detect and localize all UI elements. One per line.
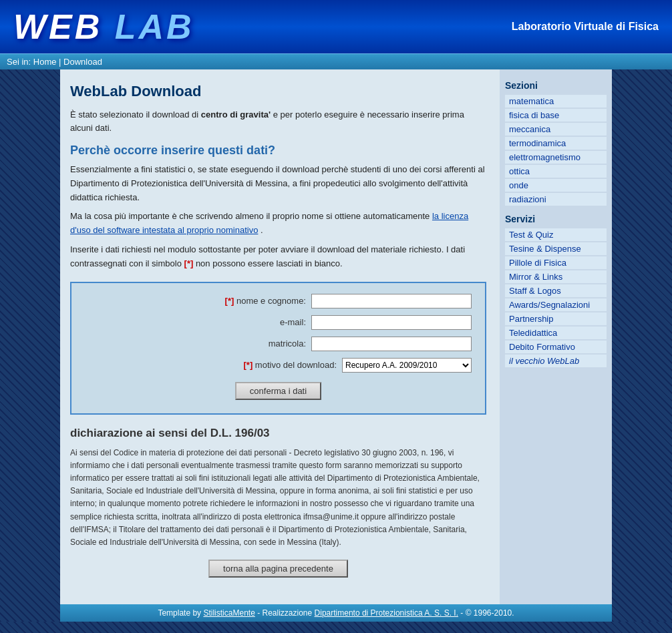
content: WebLab Download È stato selezionato il d… bbox=[60, 69, 500, 604]
sidebar-item-radiazioni[interactable]: radiazioni bbox=[505, 193, 607, 206]
why-heading: Perchè occorre inserire questi dati? bbox=[70, 144, 486, 158]
motivo-select[interactable]: Recupero A.A. 2009/2010 Studio personale… bbox=[342, 358, 472, 373]
sidebar-item-awards[interactable]: Awards/Segnalazioni bbox=[505, 298, 607, 311]
para2: Ma la cosa più importante è che scrivend… bbox=[70, 210, 486, 238]
matricola-row: matricola: bbox=[85, 337, 472, 351]
sidebar-item-onde[interactable]: onde bbox=[505, 179, 607, 192]
logo: WEB LAB bbox=[13, 7, 194, 47]
nav-home[interactable]: Home bbox=[33, 57, 57, 67]
sidebar-item-staff-logos[interactable]: Staff & Logos bbox=[505, 284, 607, 297]
email-row: e-mail: bbox=[85, 315, 472, 330]
form-box: [*] nome e cognome: e-mail: matricola: [… bbox=[70, 282, 486, 415]
sidebar-divider bbox=[505, 207, 607, 211]
footer-template-text: Template by bbox=[158, 608, 201, 618]
sidebar-item-meccanica[interactable]: meccanica bbox=[505, 123, 607, 136]
sidebar-item-pillole-fisica[interactable]: Pillole di Fisica bbox=[505, 256, 607, 269]
sezioni-title: Sezioni bbox=[505, 80, 607, 91]
sidebar-item-vecchio-weblab[interactable]: il vecchio WebLab bbox=[505, 355, 607, 367]
header-subtitle: Laboratorio Virtuale di Fisica bbox=[512, 21, 659, 33]
sidebar-item-matematica[interactable]: matematica bbox=[505, 95, 607, 108]
declaration-heading: dichiarazione ai sensi del D.L. 196/03 bbox=[70, 427, 486, 440]
sidebar-item-mirror-links[interactable]: Mirror & Links bbox=[505, 270, 607, 283]
submit-row: conferma i dati bbox=[85, 382, 472, 400]
intro-text-before: È stato selezionato il download di bbox=[70, 110, 198, 120]
name-label-text: nome e cognome: bbox=[236, 296, 306, 306]
para2-after: . bbox=[261, 225, 263, 235]
sidebar-item-partnership[interactable]: Partnership bbox=[505, 312, 607, 325]
sei-in-label: Sei in: bbox=[7, 57, 31, 67]
servizi-title: Servizi bbox=[505, 214, 607, 224]
nav-download[interactable]: Download bbox=[63, 57, 102, 67]
footer-realizzazione-link[interactable]: Dipartimento di Protezionistica A. S. S.… bbox=[315, 608, 458, 618]
motivo-label: [*] motivo del download: bbox=[244, 360, 337, 370]
para3-rest: non possono essere lasciati in bianco. bbox=[196, 258, 343, 268]
sidebar-item-termodinamica[interactable]: termodinamica bbox=[505, 137, 607, 150]
declaration-text: Ai sensi del Codice in materia di protez… bbox=[70, 447, 486, 550]
sidebar-item-teledidattica[interactable]: Teledidattica bbox=[505, 327, 607, 339]
motivo-row: [*] motivo del download: Recupero A.A. 2… bbox=[85, 358, 472, 373]
footer-template-link[interactable]: StilisticaMente bbox=[203, 608, 255, 618]
matricola-input[interactable] bbox=[311, 337, 472, 351]
sidebar-item-debito-formativo[interactable]: Debito Formativo bbox=[505, 341, 607, 353]
sidebar-item-tesine-dispense[interactable]: Tesine & Dispense bbox=[505, 242, 607, 255]
navbar: Sei in: Home | Download bbox=[0, 53, 672, 69]
para3: Inserite i dati richiesti nel modulo sot… bbox=[70, 243, 486, 271]
sidebar: Sezioni matematica fisica di base meccan… bbox=[500, 69, 612, 604]
sidebar-item-test-quiz[interactable]: Test & Quiz bbox=[505, 228, 607, 241]
para2-before: Ma la cosa più importante è che scrivend… bbox=[70, 211, 430, 221]
name-input[interactable] bbox=[311, 294, 472, 308]
nav-separator: | bbox=[59, 57, 61, 67]
intro-paragraph: È stato selezionato il download di centr… bbox=[70, 108, 486, 134]
para3-required: [*] bbox=[184, 258, 194, 268]
matricola-label: matricola: bbox=[269, 339, 306, 349]
header: WEB LAB Laboratorio Virtuale di Fisica bbox=[0, 0, 672, 53]
motivo-label-text: motivo del download: bbox=[255, 360, 337, 370]
footer-realizzazione-text: - Realizzazione bbox=[257, 608, 312, 618]
submit-button[interactable]: conferma i dati bbox=[235, 382, 321, 400]
footer: Template by StilisticaMente - Realizzazi… bbox=[60, 604, 612, 622]
motivo-required: [*] bbox=[244, 360, 253, 370]
main-wrapper: WebLab Download È stato selezionato il d… bbox=[60, 69, 612, 604]
sidebar-item-elettromagnetismo[interactable]: elettromagnetismo bbox=[505, 151, 607, 164]
name-label: [*] nome e cognome: bbox=[225, 296, 306, 306]
back-btn-row: torna alla pagina precedente bbox=[70, 560, 486, 578]
page-title: WebLab Download bbox=[70, 83, 486, 100]
email-label: e-mail: bbox=[280, 317, 306, 327]
para1: Essenzialmente a fini statistici o, se s… bbox=[70, 163, 486, 204]
sidebar-item-fisica-di-base[interactable]: fisica di base bbox=[505, 109, 607, 122]
name-row: [*] nome e cognome: bbox=[85, 294, 472, 308]
footer-copyright: - © 1996-2010. bbox=[460, 608, 514, 618]
email-input[interactable] bbox=[311, 315, 472, 330]
name-required: [*] bbox=[225, 296, 234, 306]
logo-area: WEB LAB bbox=[13, 7, 194, 47]
sidebar-item-ottica[interactable]: ottica bbox=[505, 165, 607, 178]
intro-bold: centro di gravita' bbox=[201, 110, 271, 120]
back-button[interactable]: torna alla pagina precedente bbox=[208, 560, 348, 578]
